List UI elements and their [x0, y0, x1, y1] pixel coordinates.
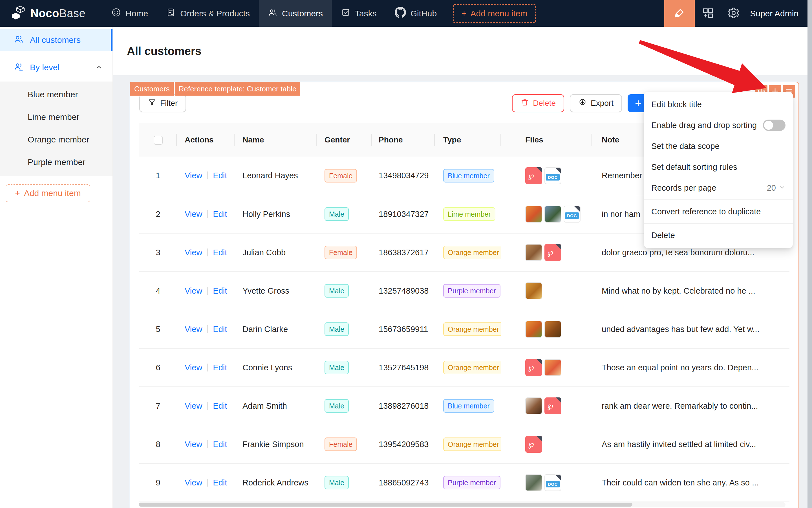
menu-divider: [644, 200, 793, 200]
image-file-thumbnail[interactable]: [525, 474, 542, 491]
cell-files: ℘: [501, 387, 591, 425]
menu-item-convert-reference-to-duplicate[interactable]: Convert reference to duplicate: [644, 201, 793, 222]
edit-link[interactable]: Edit: [213, 286, 227, 295]
export-button[interactable]: Export: [570, 94, 622, 112]
actions-divider: [207, 440, 208, 448]
menu-item-delete[interactable]: Delete: [644, 225, 793, 246]
view-link[interactable]: View: [185, 248, 202, 257]
user-menu[interactable]: Super Admin: [747, 9, 812, 18]
nocobase-logo[interactable]: NocoBase: [10, 5, 85, 22]
sidebar-item-by-level[interactable]: By level: [0, 56, 112, 79]
view-link[interactable]: View: [185, 286, 202, 295]
image-file-thumbnail[interactable]: [525, 397, 542, 414]
cell-phone: 13257489038: [372, 271, 435, 310]
cell-type: Orange member: [435, 310, 501, 348]
menu-item-edit-block-title[interactable]: Edit block title: [644, 94, 793, 115]
menu-item-enable-drag-and-drop-sorting[interactable]: Enable drag and drop sorting: [644, 115, 793, 136]
column-header-type[interactable]: Type: [435, 123, 501, 157]
image-file-thumbnail[interactable]: [525, 282, 542, 299]
column-header-actions[interactable]: Actions: [177, 123, 235, 157]
image-file-thumbnail[interactable]: [525, 321, 542, 338]
cell-phone: 18865092743: [372, 463, 435, 502]
edit-link[interactable]: Edit: [213, 248, 227, 257]
gender-tag: Male: [324, 476, 349, 490]
image-file-thumbnail[interactable]: [525, 244, 542, 261]
edit-link[interactable]: Edit: [213, 325, 227, 334]
doc-file-thumbnail[interactable]: DOC: [544, 167, 561, 184]
settings-button[interactable]: [721, 0, 747, 27]
delete-button[interactable]: Delete: [512, 94, 564, 112]
records-per-page-value[interactable]: 20: [767, 183, 785, 193]
cell-files: [501, 310, 591, 348]
nav-item-home[interactable]: Home: [102, 0, 157, 27]
nav-item-github[interactable]: GitHub: [386, 0, 446, 27]
sidebar-add-menu-item-button[interactable]: + Add menu item: [6, 184, 90, 202]
logo-text: NocoBase: [31, 7, 85, 20]
sidebar-item-all-customers[interactable]: All customers: [0, 29, 112, 51]
menu-item-set-default-sorting-rules[interactable]: Set default sorting rules: [644, 157, 793, 177]
menu-item-records-per-page[interactable]: Records per page20: [644, 177, 793, 198]
view-link[interactable]: View: [185, 401, 202, 411]
filter-button[interactable]: Filter: [139, 94, 186, 112]
image-file-thumbnail[interactable]: [525, 206, 542, 222]
edit-link[interactable]: Edit: [213, 478, 227, 487]
member-type-tag: Orange member: [443, 246, 501, 259]
horizontal-scrollbar-track[interactable]: [139, 502, 785, 507]
image-file-thumbnail[interactable]: [544, 359, 561, 376]
edit-link[interactable]: Edit: [213, 363, 227, 372]
sidebar-item-blue-member[interactable]: Blue member: [0, 83, 112, 106]
nav-item-label: GitHub: [410, 9, 437, 18]
view-link[interactable]: View: [185, 325, 202, 334]
column-header-phone[interactable]: Phone: [372, 123, 435, 157]
cell-type: Blue member: [435, 387, 501, 425]
menu-item-set-the-data-scope[interactable]: Set the data scope: [644, 136, 793, 157]
ui-editor-button[interactable]: [664, 0, 695, 27]
cell-name: Connie Lyons: [235, 348, 317, 387]
view-link[interactable]: View: [185, 478, 202, 487]
nav-item-customers[interactable]: Customers: [259, 0, 332, 27]
row-index: 5: [139, 310, 177, 348]
doc-file-thumbnail[interactable]: DOC: [563, 206, 581, 222]
cell-files: ℘: [501, 348, 591, 387]
cell-name: Yvette Gross: [235, 271, 317, 310]
image-file-thumbnail[interactable]: [544, 321, 561, 338]
drag-sorting-toggle[interactable]: [763, 120, 785, 131]
plugin-manager-button[interactable]: [695, 0, 721, 27]
view-link[interactable]: View: [185, 440, 202, 449]
nav-add-menu-item-button[interactable]: + Add menu item: [453, 4, 536, 23]
doc-file-thumbnail[interactable]: DOC: [544, 474, 561, 491]
block-schema-tags: CustomersReference template: Customer ta…: [130, 82, 300, 96]
chevron-up-icon[interactable]: [95, 64, 103, 71]
edit-link[interactable]: Edit: [213, 171, 227, 180]
image-file-thumbnail[interactable]: [544, 206, 561, 222]
column-header-files[interactable]: Files: [501, 123, 591, 157]
edit-link[interactable]: Edit: [213, 440, 227, 449]
column-header-name[interactable]: Name: [235, 123, 317, 157]
nav-item-orders-products[interactable]: Orders & Products: [157, 0, 259, 27]
pdf-file-thumbnail[interactable]: ℘: [525, 167, 542, 184]
view-link[interactable]: View: [185, 210, 202, 219]
table-row: 5ViewEditDarin ClarkeMale15673659911Oran…: [139, 310, 790, 348]
view-link[interactable]: View: [185, 171, 202, 180]
pdf-file-thumbnail[interactable]: ℘: [525, 359, 542, 376]
sidebar-item-purple-member[interactable]: Purple member: [0, 151, 112, 173]
column-header-genter[interactable]: Genter: [317, 123, 372, 157]
nav-item-tasks[interactable]: Tasks: [332, 0, 386, 27]
row-index: 4: [139, 271, 177, 310]
horizontal-scrollbar-thumb[interactable]: [139, 503, 632, 507]
pdf-file-thumbnail[interactable]: ℘: [525, 436, 542, 453]
export-download-icon: [578, 98, 587, 109]
actions-divider: [207, 402, 208, 410]
edit-link[interactable]: Edit: [213, 401, 227, 411]
cell-name: Roderick Andrews: [235, 463, 317, 502]
select-all-checkbox[interactable]: [154, 136, 163, 145]
pdf-file-thumbnail[interactable]: ℘: [544, 244, 561, 261]
cell-name: Frankie Simpson: [235, 425, 317, 463]
pdf-file-thumbnail[interactable]: ℘: [544, 397, 561, 414]
gender-tag: Female: [324, 169, 357, 182]
edit-link[interactable]: Edit: [213, 210, 227, 219]
sidebar-item-orange-member[interactable]: Orange member: [0, 128, 112, 151]
vertical-scrollbar[interactable]: [808, 0, 812, 508]
sidebar-item-lime-member[interactable]: Lime member: [0, 106, 112, 128]
view-link[interactable]: View: [185, 363, 202, 372]
